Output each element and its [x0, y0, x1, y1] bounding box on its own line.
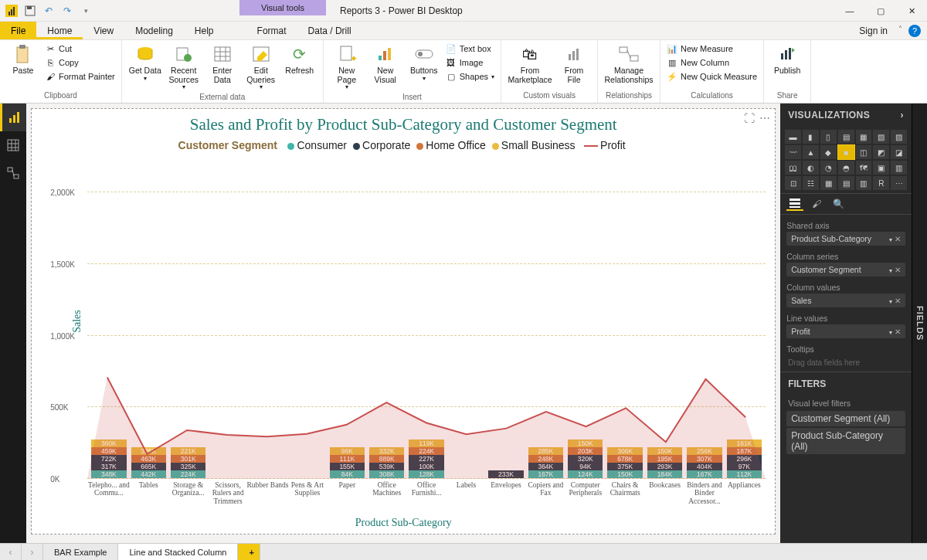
- filter-customer-segment[interactable]: Customer Segment (All): [786, 411, 905, 426]
- new-column-button[interactable]: ▥New Column: [665, 56, 759, 70]
- new-measure-button[interactable]: 📊New Measure: [665, 42, 759, 56]
- copy-button[interactable]: ⎘Copy: [43, 56, 117, 70]
- viz-type-icon[interactable]: ◓: [838, 161, 854, 175]
- refresh-button[interactable]: ⟳Refresh: [281, 42, 318, 77]
- viz-type-icon[interactable]: ▯: [820, 130, 837, 144]
- well-line-values[interactable]: Profit▾ ✕: [786, 324, 905, 338]
- viz-type-icon[interactable]: R: [873, 176, 889, 190]
- viz-type-icon[interactable]: ▬: [785, 130, 801, 144]
- remove-icon[interactable]: ✕: [895, 235, 901, 243]
- viz-type-icon[interactable]: ▦: [820, 176, 837, 190]
- tab-format[interactable]: Format: [246, 22, 297, 39]
- viz-type-icon[interactable]: ▮: [803, 130, 819, 144]
- viz-type-icon[interactable]: ■: [838, 145, 854, 159]
- format-tab[interactable]: 🖌: [808, 197, 825, 211]
- viz-type-icon[interactable]: ◩: [873, 145, 889, 159]
- fields-pane-collapsed[interactable]: FIELDS: [912, 104, 927, 543]
- page-tab-line-stacked[interactable]: Line and Stacked Column: [118, 544, 238, 560]
- bar-column[interactable]: 308K539K889K332KOffice Machines: [369, 447, 404, 478]
- focus-mode-icon[interactable]: ⛶: [744, 112, 755, 124]
- visualizations-header[interactable]: VISUALIZATIONS›: [780, 104, 912, 127]
- redo-icon[interactable]: ↷: [59, 2, 76, 19]
- enter-data-button[interactable]: Enter Data: [204, 42, 241, 86]
- viz-type-icon[interactable]: ⊡: [785, 176, 801, 190]
- minimize-button[interactable]: —: [834, 0, 865, 22]
- bar-column[interactable]: 233KEnvelopes: [488, 470, 523, 478]
- bar-column[interactable]: 224K325K301K221KStorage & Organiza...: [171, 447, 205, 478]
- page-tab-bar-example[interactable]: BAR Example: [43, 544, 118, 560]
- remove-icon[interactable]: ✕: [895, 297, 901, 305]
- tab-view[interactable]: View: [83, 22, 124, 39]
- fields-well-tab[interactable]: [786, 197, 803, 211]
- bar-column[interactable]: 128K100K227K224K119KOffice Furnishi...: [409, 440, 443, 478]
- viz-type-icon[interactable]: ▲: [803, 145, 819, 159]
- more-options-icon[interactable]: ⋯: [759, 112, 770, 124]
- recent-sources-button[interactable]: Recent Sources▾: [165, 42, 202, 93]
- bar-column[interactable]: 84K155K111K96KPaper: [330, 447, 365, 478]
- new-page-button[interactable]: ✦New Page▾: [328, 42, 365, 93]
- save-icon[interactable]: [22, 2, 39, 19]
- qat-dropdown-icon[interactable]: ▾: [77, 2, 94, 19]
- tab-modeling[interactable]: Modeling: [124, 22, 184, 39]
- viz-type-icon[interactable]: ⋯: [891, 176, 907, 190]
- well-column-series[interactable]: Customer Segment▾ ✕: [786, 263, 905, 277]
- viz-type-icon[interactable]: ▦: [856, 130, 872, 144]
- remove-icon[interactable]: ✕: [895, 266, 901, 274]
- viz-type-icon[interactable]: ◪: [891, 145, 907, 159]
- viz-type-icon[interactable]: ▧: [873, 130, 889, 144]
- page-next-button[interactable]: ›: [22, 544, 43, 560]
- new-quick-measure-button[interactable]: ⚡New Quick Measure: [665, 70, 759, 83]
- report-view-button[interactable]: [0, 104, 26, 131]
- ribbon-collapse-icon[interactable]: ˄: [895, 22, 905, 39]
- manage-relationships-button[interactable]: Manage Relationships: [603, 42, 655, 86]
- viz-type-icon[interactable]: 🗺: [856, 161, 872, 175]
- format-painter-button[interactable]: 🖌Format Painter: [43, 70, 117, 83]
- viz-type-icon[interactable]: ▨: [891, 130, 907, 144]
- get-data-button[interactable]: Get Data▾: [127, 42, 164, 83]
- paste-button[interactable]: Paste: [5, 42, 42, 77]
- viz-type-icon[interactable]: ▤: [838, 130, 854, 144]
- add-page-button[interactable]: +: [238, 544, 260, 560]
- model-view-button[interactable]: [0, 159, 26, 187]
- viz-type-icon[interactable]: ◆: [820, 145, 837, 159]
- shapes-button[interactable]: ▢Shapes▾: [444, 70, 496, 83]
- tab-data-drill[interactable]: Data / Drill: [297, 22, 362, 39]
- undo-icon[interactable]: ↶: [40, 2, 57, 19]
- viz-type-icon[interactable]: ▣: [873, 161, 889, 175]
- well-shared-axis[interactable]: Product Sub-Category▾ ✕: [786, 232, 905, 246]
- bar-column[interactable]: 150K375K678K306KChairs & Chairmats: [607, 447, 642, 478]
- textbox-button[interactable]: 📄Text box: [444, 42, 496, 56]
- viz-type-icon[interactable]: ▤: [838, 176, 854, 190]
- image-button[interactable]: 🖼Image: [444, 56, 496, 70]
- close-button[interactable]: ✕: [896, 0, 927, 22]
- cut-button[interactable]: ✂Cut: [43, 42, 117, 56]
- bar-column[interactable]: 184K293K195K150KBookcases: [647, 447, 682, 478]
- new-visual-button[interactable]: New Visual: [367, 42, 404, 86]
- edit-queries-button[interactable]: Edit Queries▾: [243, 42, 280, 93]
- analytics-tab[interactable]: 🔍: [830, 197, 847, 211]
- bar-column[interactable]: 167K364K248K285KCopiers and Fax: [528, 447, 563, 478]
- bar-column[interactable]: 112K97K296K187K161KAppliances: [727, 440, 762, 478]
- maximize-button[interactable]: ▢: [865, 0, 896, 22]
- viz-type-icon[interactable]: ◐: [803, 161, 819, 175]
- viz-type-icon[interactable]: ◫: [856, 145, 872, 159]
- from-file-button[interactable]: From File: [555, 42, 593, 86]
- sign-in-link[interactable]: Sign in: [851, 22, 895, 39]
- publish-button[interactable]: Publish: [769, 42, 806, 77]
- data-view-button[interactable]: [0, 131, 26, 159]
- filter-product-subcategory[interactable]: Product Sub-Category (All): [786, 428, 905, 454]
- tab-help[interactable]: Help: [184, 22, 225, 39]
- from-marketplace-button[interactable]: 🛍From Marketplace: [506, 42, 554, 86]
- buttons-button[interactable]: Buttons▾: [406, 42, 443, 83]
- tab-home[interactable]: Home: [36, 22, 83, 39]
- viz-type-icon[interactable]: ◔: [820, 161, 837, 175]
- viz-type-icon[interactable]: ▥: [891, 161, 907, 175]
- bar-column[interactable]: 124K94K320K203K150KComputer Peripherals: [568, 440, 603, 478]
- well-column-values[interactable]: Sales▾ ✕: [786, 294, 905, 307]
- chart-visual[interactable]: ⛶ ⋯ Sales and Profit by Product Sub-Cate…: [31, 108, 776, 535]
- bar-column[interactable]: 348K317K722K459K360KTelepho... and Commu…: [91, 440, 126, 478]
- viz-type-icon[interactable]: 🕮: [785, 161, 801, 175]
- bar-column[interactable]: 442K665K463K326KTables: [131, 447, 166, 478]
- help-icon[interactable]: ?: [908, 25, 921, 37]
- page-prev-button[interactable]: ‹: [0, 544, 22, 560]
